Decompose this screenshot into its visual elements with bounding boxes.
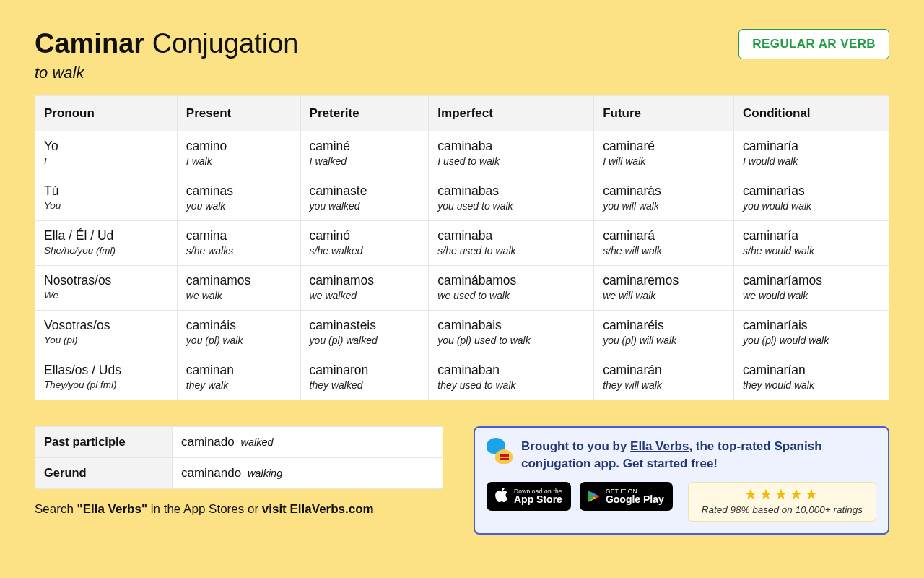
conj-cell: camináisyou (pl) walk: [177, 310, 300, 355]
conj-es: caminabas: [437, 184, 585, 199]
conj-cell: caminanthey walk: [177, 355, 300, 400]
table-row: Ellas/os / UdsThey/you (pl fml)caminanth…: [35, 355, 889, 400]
conj-es: caminas: [186, 184, 292, 199]
col-preterite: Preterite: [300, 95, 429, 131]
bottom-left: Past participlecaminado walkedGerundcami…: [35, 426, 443, 517]
pronoun-cell: Vosotras/osYou (pl): [35, 310, 178, 355]
pronoun-es: Vosotras/os: [44, 318, 168, 333]
conj-en: we would walk: [743, 290, 880, 301]
pronoun-cell: Ellas/os / UdsThey/you (pl fml): [35, 355, 178, 400]
pronoun-es: Ellas/os / Uds: [44, 363, 168, 378]
conj-en: you (pl) walked: [310, 335, 420, 346]
conj-cell: caminéI walked: [300, 131, 429, 176]
conj-cell: caminós/he walked: [300, 220, 429, 265]
col-imperfect: Imperfect: [429, 95, 594, 131]
conj-es: caminaríamos: [743, 273, 880, 288]
conj-en: we walked: [310, 290, 420, 301]
bottom-row: Past participlecaminado walkedGerundcami…: [35, 426, 889, 535]
conj-es: caminaríais: [743, 318, 880, 333]
col-pronoun: Pronoun: [35, 95, 178, 131]
conj-cell: caminaréI will walk: [594, 131, 734, 176]
promo-bottom: Download on the App Store GET IT ON Goog…: [487, 482, 876, 522]
conj-es: caminasteis: [310, 318, 420, 333]
conj-cell: caminabaisyou (pl) used to walk: [429, 310, 594, 355]
brand-link[interactable]: Ella Verbs: [630, 439, 689, 453]
conj-en: I would walk: [743, 155, 880, 167]
conj-es: camináis: [186, 318, 292, 333]
col-future: Future: [594, 95, 734, 131]
rating-box: ★★★★★ Rated 98% based on 10,000+ ratings: [688, 482, 876, 522]
google-play-button[interactable]: GET IT ON Google Play: [580, 482, 673, 511]
conj-es: caminaba: [437, 228, 585, 243]
conj-en: you walk: [186, 200, 292, 212]
conj-es: caminó: [310, 228, 420, 243]
conj-cell: caminaránthey will walk: [594, 355, 734, 400]
promo-prefix: Brought to you by: [521, 439, 630, 453]
conj-cell: caminasyou walk: [177, 176, 300, 220]
pronoun-cell: TúYou: [35, 176, 178, 220]
conj-en: I used to walk: [437, 155, 585, 167]
visit-link[interactable]: visit EllaVerbs.com: [262, 502, 374, 516]
apple-icon: [495, 488, 508, 506]
app-store-button[interactable]: Download on the App Store: [487, 482, 571, 511]
conj-cell: caminas/he walks: [177, 220, 300, 265]
conj-cell: caminabanthey used to walk: [429, 355, 594, 400]
conj-cell: caminaronthey walked: [300, 355, 429, 400]
conj-en: I walked: [310, 155, 420, 167]
conj-es: caminaste: [310, 184, 420, 199]
conj-es: caminaba: [437, 139, 585, 154]
play-line2: Google Play: [606, 494, 664, 504]
conj-es: camino: [186, 139, 292, 154]
pronoun-en: You: [44, 200, 168, 211]
conj-en: I will walk: [603, 155, 725, 167]
conj-es: caminarías: [743, 184, 880, 199]
conj-es: caminamos: [310, 273, 420, 288]
conj-en: you (pl) used to walk: [437, 335, 585, 346]
play-icon: [588, 491, 600, 502]
pronoun-en: You (pl): [44, 335, 168, 345]
conj-cell: caminarásyou will walk: [594, 176, 734, 220]
conj-cell: caminaríamoswe would walk: [734, 265, 889, 310]
rating-text: Rated 98% based on 10,000+ ratings: [702, 504, 863, 515]
conj-es: caminaremos: [603, 273, 725, 288]
pronoun-en: We: [44, 290, 168, 301]
conj-es: caminará: [603, 228, 725, 243]
pronoun-es: Ella / Él / Ud: [44, 228, 168, 243]
conj-en: they would walk: [743, 379, 880, 391]
participle-value: caminado walked: [173, 426, 443, 457]
conj-cell: caminaríaisyou (pl) would walk: [734, 310, 889, 355]
table-row: Nosotras/osWecaminamoswe walkcaminamoswe…: [35, 265, 889, 310]
conj-es: caminaría: [743, 228, 880, 243]
conj-en: s/he used to walk: [437, 245, 585, 256]
conj-cell: caminasteyou walked: [300, 176, 429, 220]
participle-row: Past participlecaminado walked: [35, 426, 443, 457]
conj-es: caminé: [310, 139, 420, 154]
star-icons: ★★★★★: [702, 486, 863, 503]
promo-top: Brought to you by Ella Verbs, the top-ra…: [487, 438, 876, 473]
conj-es: caminaban: [437, 363, 585, 378]
header: Caminar Conjugation to walk REGULAR AR V…: [35, 29, 889, 82]
conj-en: s/he walked: [310, 245, 420, 256]
col-present: Present: [177, 95, 300, 131]
conj-en: you (pl) walk: [186, 335, 292, 346]
conj-en: they walk: [186, 379, 292, 391]
conj-en: s/he will walk: [603, 245, 725, 256]
conj-en: I walk: [186, 155, 292, 167]
participle-en: walked: [240, 436, 273, 448]
conj-cell: caminamoswe walk: [177, 265, 300, 310]
conj-es: caminábamos: [437, 273, 585, 288]
conj-en: we walk: [186, 290, 292, 301]
conj-cell: caminaréisyou (pl) will walk: [594, 310, 734, 355]
participle-row: Gerundcaminando walking: [35, 457, 443, 488]
title-suffix: Conjugation: [152, 28, 299, 59]
conj-es: caminan: [186, 363, 292, 378]
conj-cell: caminarías/he would walk: [734, 220, 889, 265]
search-quoted: "Ella Verbs": [77, 502, 147, 516]
conj-es: caminarás: [603, 184, 725, 199]
conj-en: they used to walk: [437, 379, 585, 391]
table-row: YoIcaminoI walkcaminéI walkedcaminabaI u…: [35, 131, 889, 176]
conj-es: camina: [186, 228, 292, 243]
conj-cell: caminabasyou used to walk: [429, 176, 594, 220]
pronoun-cell: Ella / Él / UdShe/he/you (fml): [35, 220, 178, 265]
conj-cell: caminábamoswe used to walk: [429, 265, 594, 310]
